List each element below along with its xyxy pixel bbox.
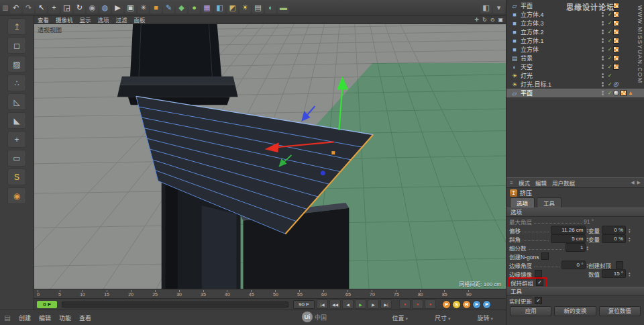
tool-subtab[interactable]: 工具 [537, 197, 561, 208]
viewport-menu-options[interactable]: 选项 [98, 15, 109, 24]
workplane-icon[interactable]: ▭ [7, 150, 26, 167]
visibility-dots[interactable] [602, 82, 604, 87]
timeline-tick[interactable]: 10 [80, 289, 85, 298]
viewport-menu-panel[interactable]: 面板 [134, 15, 146, 24]
axis-mode-icon[interactable]: + [7, 131, 26, 148]
perspective-viewport[interactable]: 透视视图 网格间距: 100 cm [34, 24, 506, 289]
render-view-icon[interactable]: ▶ [112, 2, 123, 13]
floor-icon[interactable]: ▬ [278, 2, 289, 13]
timeline-tick[interactable]: 25 [152, 289, 158, 298]
layout-icon[interactable]: ◧ [480, 2, 492, 13]
preserve-groups-checkbox[interactable]: ✓ [536, 279, 543, 286]
timeline-tick[interactable]: 0 [37, 289, 40, 298]
scale-tool-icon[interactable]: ◲ [61, 2, 72, 13]
current-frame-marker[interactable]: 0 F [37, 301, 57, 308]
subdivision-spinner[interactable]: ▴▾ [586, 245, 588, 250]
render-picture-icon[interactable]: ▣ [125, 2, 136, 13]
texture-tag-icon[interactable] [613, 38, 619, 44]
visibility-dot-top[interactable] [602, 64, 604, 66]
object-row[interactable]: ☀灯光✓ [506, 71, 644, 80]
material-menu-create[interactable]: 创建 [19, 314, 31, 322]
options-section-header[interactable]: 选项 [506, 207, 644, 217]
visibility-dot-bottom[interactable] [602, 67, 604, 69]
visibility-dot-bottom[interactable] [602, 76, 604, 78]
visibility-dots[interactable] [602, 56, 604, 60]
material-manager-icon[interactable]: ▤ [4, 314, 11, 322]
visibility-dot-top[interactable] [602, 73, 604, 75]
visibility-dot-top[interactable] [602, 82, 604, 84]
keyframe-options-button[interactable]: ● [425, 299, 436, 309]
visibility-dot-top[interactable] [602, 91, 604, 93]
object-row[interactable]: ■立方体.2✓ [506, 28, 644, 36]
viewport-menu-camera[interactable]: 摄像机 [56, 15, 73, 24]
edge-mirror-checkbox[interactable] [535, 270, 542, 277]
apply-button[interactable]: 应用 [510, 306, 551, 316]
visibility-dots[interactable] [602, 21, 604, 26]
record-point-chip[interactable]: P [482, 300, 491, 309]
target-tag-icon[interactable]: ◎ [613, 81, 619, 87]
material-menu-edit[interactable]: 编辑 [39, 314, 51, 322]
prev-frame-button[interactable]: ◀ [342, 299, 354, 309]
texture-tag-icon[interactable] [613, 3, 619, 9]
material-menu-view[interactable]: 查看 [79, 314, 91, 322]
texture-tag-icon[interactable] [613, 55, 619, 61]
tool-section-header[interactable]: 工具 [506, 287, 644, 296]
visibility-dot-bottom[interactable] [602, 24, 604, 26]
enable-check-icon[interactable]: ✓ [606, 11, 613, 17]
offset-input[interactable]: 11.26 cm [551, 226, 586, 234]
coord-position-label[interactable]: 位置▾ [392, 314, 408, 322]
deformer-icon[interactable]: ◩ [227, 2, 238, 13]
enable-check-icon[interactable]: ✓ [606, 3, 613, 9]
column-object[interactable] [130, 24, 222, 80]
visibility-dot-bottom[interactable] [602, 15, 604, 17]
timeline-tick[interactable]: 5 [58, 289, 61, 298]
visibility-dots[interactable] [602, 30, 604, 34]
object-row[interactable]: ◐天空✓ [506, 62, 644, 71]
visibility-dot-bottom[interactable] [602, 85, 604, 87]
caps-checkbox[interactable] [616, 261, 623, 269]
visibility-dots[interactable] [602, 12, 604, 17]
selection-tag-icon[interactable]: ▲ [628, 90, 633, 96]
enable-check-icon[interactable]: ✓ [606, 46, 613, 52]
timeline-tick[interactable]: 55 [297, 289, 303, 298]
visibility-dot-bottom[interactable] [602, 50, 604, 52]
object-row[interactable]: ■立方体.1✓ [506, 36, 644, 45]
viewport-menu-view[interactable]: 查看 [38, 15, 49, 24]
viewport-menu-filter[interactable]: 过滤 [116, 15, 127, 24]
timeline-tick[interactable]: 40 [225, 289, 230, 298]
offset-variance-input[interactable]: 0 % [602, 226, 626, 234]
enable-check-icon[interactable]: ✓ [606, 55, 613, 61]
autokey-button[interactable]: ● [412, 299, 423, 309]
gizmo-plane-handle[interactable] [331, 151, 335, 154]
visibility-dot-top[interactable] [602, 3, 604, 5]
visibility-dot-top[interactable] [602, 21, 604, 23]
offset-variance-spinner[interactable]: ▴▾ [629, 228, 631, 233]
last-tool-icon[interactable]: ◉ [87, 2, 98, 13]
array-icon[interactable]: ▦ [201, 2, 213, 13]
spline-pen-icon[interactable]: ✎ [163, 2, 174, 13]
zoom-view-icon[interactable]: ⊙ [490, 17, 495, 23]
edge-mode-icon[interactable]: ◺ [7, 93, 26, 110]
timeline-tick[interactable]: 85 [442, 289, 447, 298]
visibility-dots[interactable] [602, 64, 604, 69]
enable-check-icon[interactable]: ✓ [606, 20, 613, 26]
timeline-track[interactable] [62, 301, 288, 308]
scene-light-icon[interactable]: ☀ [239, 2, 251, 13]
visibility-dot-top[interactable] [602, 47, 604, 49]
phong-tag-icon[interactable] [613, 90, 619, 96]
ngons-checkbox[interactable] [541, 252, 549, 260]
layout-menu-icon[interactable]: ▾ [493, 2, 504, 13]
timeline-tick[interactable]: 60 [321, 289, 327, 298]
enable-check-icon[interactable]: ✓ [606, 38, 613, 44]
enable-check-icon[interactable]: ✓ [606, 90, 613, 96]
viewport-menu-display[interactable]: 显示 [80, 15, 91, 24]
end-frame-field[interactable]: 90 F [293, 300, 315, 309]
object-row[interactable]: ■立方体.3✓ [506, 19, 644, 28]
mode-tab[interactable]: 模式 [519, 179, 530, 187]
gizmo-bank-handle[interactable] [321, 171, 325, 175]
subdivision-icon[interactable]: ● [189, 2, 200, 13]
bevel-variance-spinner[interactable]: ▴▾ [629, 236, 631, 242]
move-tool-icon[interactable]: + [48, 2, 60, 13]
timeline-tick[interactable]: 75 [394, 289, 399, 298]
object-row[interactable]: ▱平面✓ [506, 1, 644, 10]
